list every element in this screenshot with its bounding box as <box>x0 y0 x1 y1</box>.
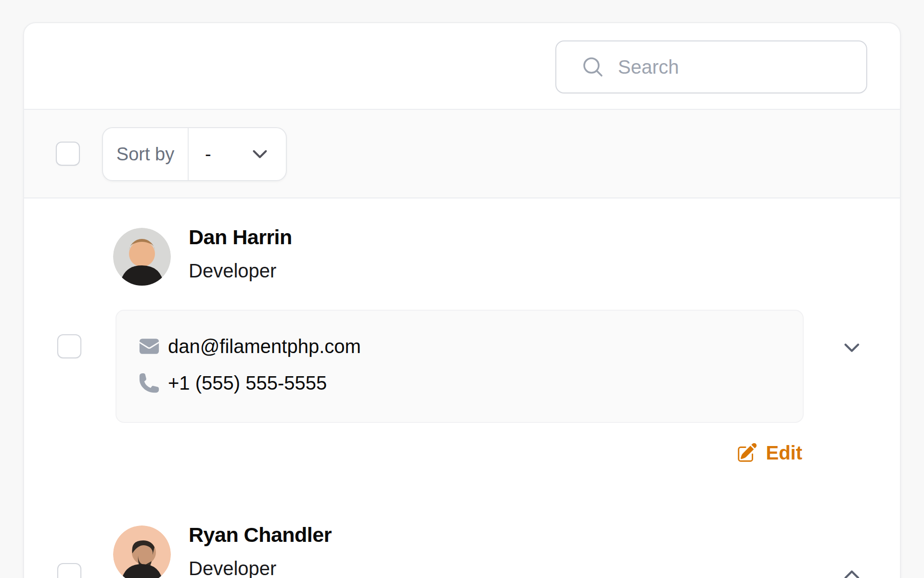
row-checkbox[interactable] <box>57 563 81 578</box>
sort-selected-value: - <box>205 144 211 165</box>
phone-icon <box>138 372 162 394</box>
contacts-table-card: Sort by - Dan Harrin Developer <box>23 22 901 578</box>
envelope-icon <box>138 335 162 357</box>
search-box[interactable] <box>555 40 867 93</box>
edit-button[interactable]: Edit <box>736 442 802 464</box>
chevron-down-icon <box>250 144 270 164</box>
contact-phone: +1 (555) 555-5555 <box>168 372 327 394</box>
sort-control: Sort by - <box>102 127 287 181</box>
collapse-row-button[interactable] <box>836 332 867 363</box>
row-checkbox[interactable] <box>57 334 81 358</box>
avatar <box>113 228 171 286</box>
table-header <box>24 23 900 110</box>
expand-row-button[interactable] <box>836 559 867 578</box>
search-input[interactable] <box>618 56 852 78</box>
search-icon <box>581 55 604 79</box>
contact-role: Developer <box>189 558 276 578</box>
avatar <box>113 525 171 578</box>
table-toolbar: Sort by - <box>24 110 900 198</box>
chevron-up-icon <box>842 565 862 578</box>
email-line: dan@filamentphp.com <box>138 328 783 365</box>
select-all-checkbox[interactable] <box>56 142 80 166</box>
contact-name: Ryan Chandler <box>189 524 332 546</box>
table-row: Ryan Chandler Developer <box>24 496 900 578</box>
pencil-square-icon <box>736 442 758 464</box>
contact-details-panel: dan@filamentphp.com +1 (555) 555-5555 <box>116 310 804 423</box>
contact-name: Dan Harrin <box>189 226 292 249</box>
sort-select[interactable]: - <box>189 128 286 180</box>
phone-line: +1 (555) 555-5555 <box>138 365 783 401</box>
edit-button-label: Edit <box>766 442 802 464</box>
table-row: Dan Harrin Developer dan@filamentphp.com <box>24 198 900 496</box>
contact-role: Developer <box>189 260 276 281</box>
chevron-down-icon <box>842 338 862 358</box>
sort-by-label: Sort by <box>103 128 189 180</box>
contact-email: dan@filamentphp.com <box>168 336 361 357</box>
